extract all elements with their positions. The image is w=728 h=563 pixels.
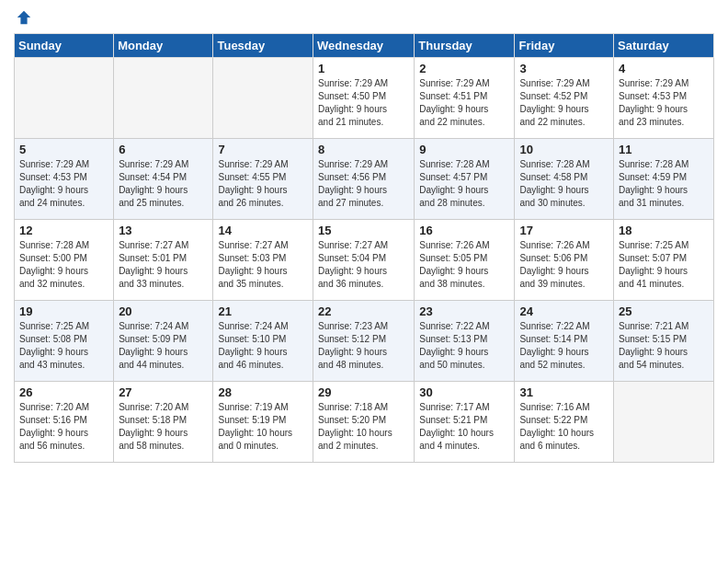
day-number: 20 (119, 304, 208, 318)
page-container: SundayMondayTuesdayWednesdayThursdayFrid… (0, 0, 728, 472)
calendar-cell: 20Sunrise: 7:24 AM Sunset: 5:09 PM Dayli… (114, 301, 213, 382)
calendar-cell: 2Sunrise: 7:29 AM Sunset: 4:51 PM Daylig… (415, 58, 515, 139)
day-info: Sunrise: 7:29 AM Sunset: 4:50 PM Dayligh… (318, 77, 409, 129)
calendar-cell: 25Sunrise: 7:21 AM Sunset: 5:15 PM Dayli… (614, 301, 714, 382)
calendar-cell: 27Sunrise: 7:20 AM Sunset: 5:18 PM Dayli… (114, 382, 213, 463)
calendar-cell: 16Sunrise: 7:26 AM Sunset: 5:05 PM Dayli… (415, 220, 515, 301)
day-number: 5 (19, 143, 108, 156)
day-number: 11 (619, 143, 709, 156)
calendar-cell: 9Sunrise: 7:28 AM Sunset: 4:57 PM Daylig… (415, 139, 515, 220)
day-info: Sunrise: 7:25 AM Sunset: 5:08 PM Dayligh… (19, 320, 108, 372)
calendar-cell: 1Sunrise: 7:29 AM Sunset: 4:50 PM Daylig… (313, 58, 415, 139)
day-number: 14 (218, 224, 308, 237)
calendar-cell: 17Sunrise: 7:26 AM Sunset: 5:06 PM Dayli… (515, 220, 614, 301)
calendar-cell: 7Sunrise: 7:29 AM Sunset: 4:55 PM Daylig… (213, 139, 313, 220)
calendar-cell: 10Sunrise: 7:28 AM Sunset: 4:58 PM Dayli… (515, 139, 614, 220)
day-info: Sunrise: 7:29 AM Sunset: 4:51 PM Dayligh… (419, 77, 509, 129)
calendar-cell: 3Sunrise: 7:29 AM Sunset: 4:52 PM Daylig… (515, 58, 614, 139)
calendar-cell: 15Sunrise: 7:27 AM Sunset: 5:04 PM Dayli… (313, 220, 415, 301)
calendar-cell: 13Sunrise: 7:27 AM Sunset: 5:01 PM Dayli… (114, 220, 213, 301)
calendar-week-row: 26Sunrise: 7:20 AM Sunset: 5:16 PM Dayli… (15, 382, 714, 463)
day-number: 9 (419, 143, 509, 156)
day-number: 23 (419, 304, 509, 318)
day-number: 31 (519, 385, 609, 399)
column-header-tuesday: Tuesday (213, 34, 313, 58)
calendar-week-row: 1Sunrise: 7:29 AM Sunset: 4:50 PM Daylig… (15, 58, 714, 139)
calendar-cell (213, 58, 313, 139)
day-info: Sunrise: 7:29 AM Sunset: 4:52 PM Dayligh… (519, 77, 609, 129)
day-info: Sunrise: 7:29 AM Sunset: 4:53 PM Dayligh… (619, 77, 709, 129)
day-number: 26 (19, 385, 108, 399)
day-number: 13 (119, 224, 208, 237)
day-number: 6 (119, 143, 208, 156)
day-info: Sunrise: 7:29 AM Sunset: 4:56 PM Dayligh… (318, 158, 409, 210)
day-info: Sunrise: 7:27 AM Sunset: 5:01 PM Dayligh… (119, 239, 208, 291)
calendar-cell: 31Sunrise: 7:16 AM Sunset: 5:22 PM Dayli… (515, 382, 614, 463)
calendar-week-row: 19Sunrise: 7:25 AM Sunset: 5:08 PM Dayli… (15, 301, 714, 382)
calendar-cell (15, 58, 114, 139)
calendar-header-row: SundayMondayTuesdayWednesdayThursdayFrid… (15, 34, 714, 58)
day-info: Sunrise: 7:21 AM Sunset: 5:15 PM Dayligh… (619, 320, 709, 372)
day-info: Sunrise: 7:24 AM Sunset: 5:09 PM Dayligh… (119, 320, 208, 372)
day-info: Sunrise: 7:24 AM Sunset: 5:10 PM Dayligh… (218, 320, 308, 372)
day-info: Sunrise: 7:27 AM Sunset: 5:03 PM Dayligh… (218, 239, 308, 291)
day-info: Sunrise: 7:28 AM Sunset: 4:58 PM Dayligh… (519, 158, 609, 210)
calendar-cell: 23Sunrise: 7:22 AM Sunset: 5:13 PM Dayli… (415, 301, 515, 382)
day-info: Sunrise: 7:20 AM Sunset: 5:16 PM Dayligh… (19, 401, 108, 453)
day-info: Sunrise: 7:19 AM Sunset: 5:19 PM Dayligh… (218, 401, 308, 453)
calendar-cell: 28Sunrise: 7:19 AM Sunset: 5:19 PM Dayli… (213, 382, 313, 463)
day-info: Sunrise: 7:28 AM Sunset: 4:59 PM Dayligh… (619, 158, 709, 210)
day-info: Sunrise: 7:29 AM Sunset: 4:54 PM Dayligh… (119, 158, 208, 210)
calendar-cell: 30Sunrise: 7:17 AM Sunset: 5:21 PM Dayli… (415, 382, 515, 463)
day-info: Sunrise: 7:22 AM Sunset: 5:14 PM Dayligh… (519, 320, 609, 372)
day-info: Sunrise: 7:16 AM Sunset: 5:22 PM Dayligh… (519, 401, 609, 453)
day-number: 8 (318, 143, 409, 156)
day-number: 1 (318, 62, 409, 75)
column-header-wednesday: Wednesday (313, 34, 415, 58)
day-number: 10 (519, 143, 609, 156)
day-number: 19 (19, 304, 108, 318)
calendar-cell: 18Sunrise: 7:25 AM Sunset: 5:07 PM Dayli… (614, 220, 714, 301)
day-info: Sunrise: 7:25 AM Sunset: 5:07 PM Dayligh… (619, 239, 709, 291)
day-info: Sunrise: 7:26 AM Sunset: 5:06 PM Dayligh… (519, 239, 609, 291)
day-number: 12 (19, 224, 108, 237)
day-number: 22 (318, 304, 409, 318)
column-header-friday: Friday (515, 34, 614, 58)
calendar-cell: 21Sunrise: 7:24 AM Sunset: 5:10 PM Dayli… (213, 301, 313, 382)
day-number: 3 (519, 62, 609, 75)
day-number: 4 (619, 62, 709, 75)
calendar-week-row: 12Sunrise: 7:28 AM Sunset: 5:00 PM Dayli… (15, 220, 714, 301)
day-number: 18 (619, 224, 709, 237)
logo-icon (16, 9, 32, 26)
header (14, 9, 714, 26)
calendar-cell: 4Sunrise: 7:29 AM Sunset: 4:53 PM Daylig… (614, 58, 714, 139)
day-number: 15 (318, 224, 409, 237)
day-number: 16 (419, 224, 509, 237)
calendar-cell: 11Sunrise: 7:28 AM Sunset: 4:59 PM Dayli… (614, 139, 714, 220)
day-number: 30 (419, 385, 509, 399)
day-info: Sunrise: 7:28 AM Sunset: 4:57 PM Dayligh… (419, 158, 509, 210)
calendar-week-row: 5Sunrise: 7:29 AM Sunset: 4:53 PM Daylig… (15, 139, 714, 220)
day-info: Sunrise: 7:28 AM Sunset: 5:00 PM Dayligh… (19, 239, 108, 291)
calendar-cell: 5Sunrise: 7:29 AM Sunset: 4:53 PM Daylig… (15, 139, 114, 220)
day-info: Sunrise: 7:22 AM Sunset: 5:13 PM Dayligh… (419, 320, 509, 372)
column-header-monday: Monday (114, 34, 213, 58)
calendar-cell: 6Sunrise: 7:29 AM Sunset: 4:54 PM Daylig… (114, 139, 213, 220)
column-header-thursday: Thursday (415, 34, 515, 58)
day-number: 24 (519, 304, 609, 318)
calendar-cell: 29Sunrise: 7:18 AM Sunset: 5:20 PM Dayli… (313, 382, 415, 463)
day-info: Sunrise: 7:23 AM Sunset: 5:12 PM Dayligh… (318, 320, 409, 372)
day-number: 27 (119, 385, 208, 399)
calendar-cell: 14Sunrise: 7:27 AM Sunset: 5:03 PM Dayli… (213, 220, 313, 301)
calendar-cell: 26Sunrise: 7:20 AM Sunset: 5:16 PM Dayli… (15, 382, 114, 463)
logo (14, 9, 32, 26)
day-info: Sunrise: 7:20 AM Sunset: 5:18 PM Dayligh… (119, 401, 208, 453)
calendar-table: SundayMondayTuesdayWednesdayThursdayFrid… (14, 33, 714, 463)
day-number: 25 (619, 304, 709, 318)
calendar-cell (614, 382, 714, 463)
calendar-cell: 19Sunrise: 7:25 AM Sunset: 5:08 PM Dayli… (15, 301, 114, 382)
calendar-cell (114, 58, 213, 139)
calendar-cell: 24Sunrise: 7:22 AM Sunset: 5:14 PM Dayli… (515, 301, 614, 382)
day-info: Sunrise: 7:29 AM Sunset: 4:55 PM Dayligh… (218, 158, 308, 210)
day-number: 2 (419, 62, 509, 75)
